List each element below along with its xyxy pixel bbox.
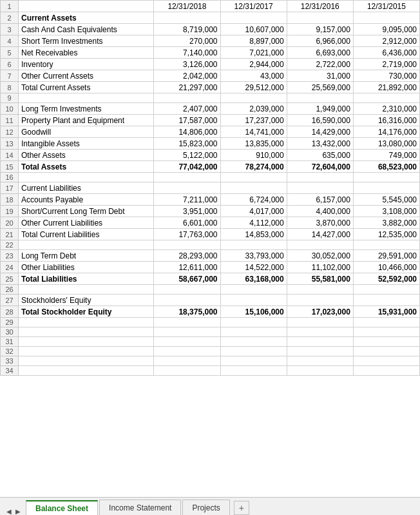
data-cell-2: 13,432,000 (287, 138, 353, 150)
table-row: 8Total Current Assets21,297,00029,512,00… (1, 82, 420, 93)
data-cell-3 (353, 173, 419, 182)
row-number: 22 (1, 240, 19, 250)
row-number: 17 (1, 182, 19, 194)
table-row: 10Long Term Investments2,407,0002,039,00… (1, 103, 420, 115)
row-number: 24 (1, 262, 19, 273)
data-cell-1: 2,944,000 (220, 59, 287, 70)
table-row: 29 (1, 318, 420, 327)
row-label: Current Liabilities (19, 182, 154, 194)
data-cell-1: 14,853,000 (220, 229, 287, 240)
data-cell-3: 2,912,000 (353, 35, 419, 47)
data-cell-2 (287, 356, 353, 366)
table-row: 3Cash And Cash Equivalents8,719,00010,60… (1, 24, 420, 35)
data-cell-0 (154, 240, 220, 250)
tab-projects[interactable]: Projects (182, 500, 229, 515)
data-cell-0: 3,951,000 (154, 206, 220, 217)
data-cell-3 (353, 318, 419, 327)
data-cell-1 (220, 318, 287, 327)
table-row: 16 (1, 173, 420, 182)
header-col-3: 12/31/2015 (353, 1, 419, 12)
row-number: 26 (1, 285, 19, 295)
row-number: 10 (1, 103, 19, 115)
row-number: 2 (1, 12, 19, 24)
data-cell-0: 18,375,000 (154, 306, 220, 318)
row-number: 5 (1, 47, 19, 59)
data-cell-0: 6,601,000 (154, 217, 220, 229)
data-cell-3 (353, 366, 419, 376)
table-row: 4Short Term Investments270,0008,897,0006… (1, 35, 420, 47)
row-number: 7 (1, 70, 19, 82)
tab-income-statement[interactable]: Income Statement (99, 500, 181, 515)
data-cell-2: 14,429,000 (287, 126, 353, 138)
data-cell-3 (353, 12, 419, 24)
data-cell-2: 1,949,000 (287, 103, 353, 115)
data-cell-2 (287, 173, 353, 182)
tab-nav-arrows: ◀ ▶ (5, 508, 22, 515)
tab-nav-right[interactable]: ▶ (14, 508, 22, 515)
data-cell-0: 3,126,000 (154, 59, 220, 70)
data-cell-1: 7,021,000 (220, 47, 287, 59)
table-row: 25Total Liabilities58,667,00063,168,0005… (1, 273, 420, 285)
row-label (19, 347, 154, 356)
header-col-1: 12/31/2017 (220, 1, 287, 12)
row-number: 25 (1, 273, 19, 285)
data-cell-0 (154, 173, 220, 182)
data-cell-2: 14,427,000 (287, 229, 353, 240)
data-cell-1 (220, 356, 287, 366)
data-cell-0 (154, 327, 220, 337)
row-number: 32 (1, 347, 19, 356)
data-cell-3 (353, 93, 419, 103)
data-cell-2 (287, 182, 353, 194)
data-cell-0: 7,211,000 (154, 194, 220, 206)
row-number: 6 (1, 59, 19, 70)
row-number: 3 (1, 24, 19, 35)
row-number: 20 (1, 217, 19, 229)
data-cell-1 (220, 12, 287, 24)
data-cell-3: 29,591,000 (353, 250, 419, 262)
table-row: 21Total Current Liabilities17,763,00014,… (1, 229, 420, 240)
row-label: Stockholders' Equity (19, 295, 154, 306)
data-cell-1: 10,607,000 (220, 24, 287, 35)
data-cell-3 (353, 285, 419, 295)
row-number: 23 (1, 250, 19, 262)
data-cell-0: 21,297,000 (154, 82, 220, 93)
row-label: Total Assets (19, 161, 154, 173)
table-row: 9 (1, 93, 420, 103)
data-cell-0: 17,763,000 (154, 229, 220, 240)
data-cell-1: 17,237,000 (220, 115, 287, 126)
data-cell-1 (220, 366, 287, 376)
row-label (19, 356, 154, 366)
data-cell-0 (154, 366, 220, 376)
tab-balance-sheet[interactable]: Balance Sheet (26, 500, 98, 515)
table-row: 11Property Plant and Equipment17,587,000… (1, 115, 420, 126)
row-label (19, 93, 154, 103)
add-tab-button[interactable]: + (234, 501, 249, 515)
data-cell-0: 7,140,000 (154, 47, 220, 59)
table-row: 20Other Current Liabilities6,601,0004,11… (1, 217, 420, 229)
row-label (19, 285, 154, 295)
tab-nav-left[interactable]: ◀ (5, 508, 13, 515)
row-number: 18 (1, 194, 19, 206)
data-cell-0 (154, 318, 220, 327)
row-number: 30 (1, 327, 19, 337)
data-cell-1: 13,835,000 (220, 138, 287, 150)
data-cell-2: 9,157,000 (287, 24, 353, 35)
row-label: Short/Current Long Term Debt (19, 206, 154, 217)
data-cell-3: 14,176,000 (353, 126, 419, 138)
data-cell-3: 2,310,000 (353, 103, 419, 115)
table-row: 15Total Assets77,042,00078,274,00072,604… (1, 161, 420, 173)
data-cell-1: 6,724,000 (220, 194, 287, 206)
table-row: 2Current Assets (1, 12, 420, 24)
data-cell-0: 14,806,000 (154, 126, 220, 138)
data-cell-3: 3,108,000 (353, 206, 419, 217)
data-cell-2: 11,102,000 (287, 262, 353, 273)
data-cell-2 (287, 347, 353, 356)
data-cell-0: 2,042,000 (154, 70, 220, 82)
row-label: Other Current Assets (19, 70, 154, 82)
table-row: 31 (1, 337, 420, 347)
table-row: 34 (1, 366, 420, 376)
data-cell-0 (154, 12, 220, 24)
table-row: 24Other Liabilities12,611,00014,522,0001… (1, 262, 420, 273)
data-cell-1: 8,897,000 (220, 35, 287, 47)
data-cell-3 (353, 295, 419, 306)
